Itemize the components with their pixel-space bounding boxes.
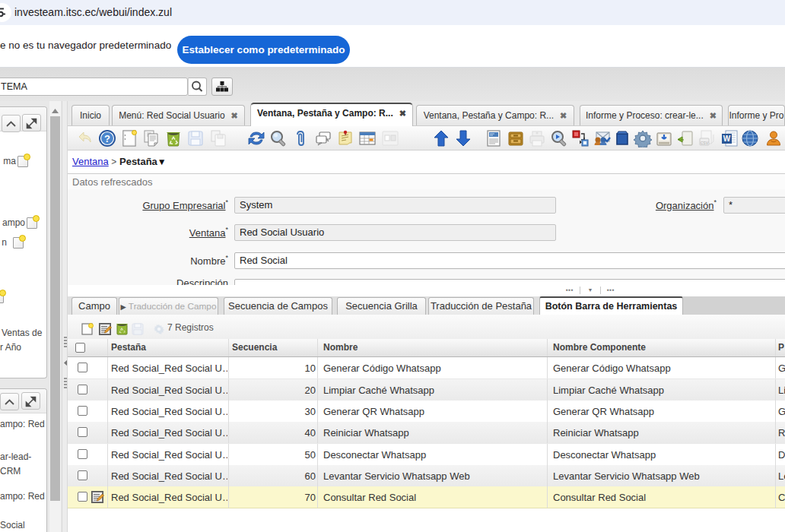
svg-text:W: W bbox=[723, 135, 731, 143]
svg-text:?: ? bbox=[104, 133, 110, 144]
svg-text:csv: csv bbox=[701, 140, 709, 145]
